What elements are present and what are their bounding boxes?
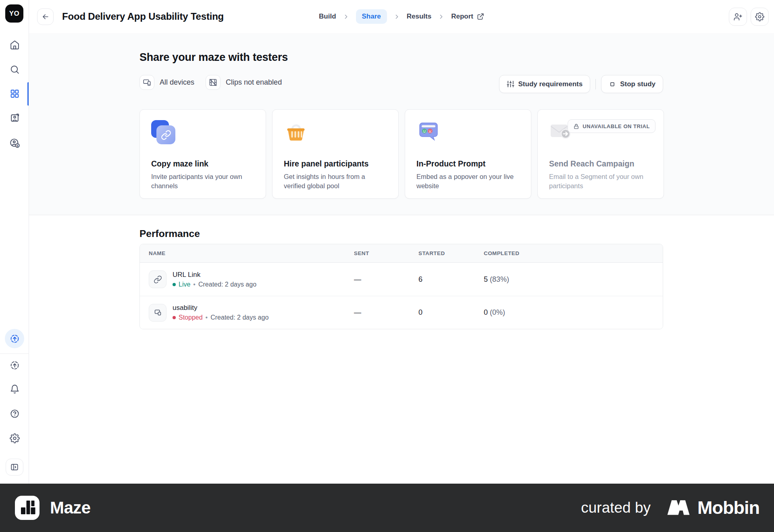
- sidebar: YO $: [0, 0, 29, 484]
- top-bar: Food Delivery App Usability Testing Buil…: [29, 0, 774, 33]
- table-row-usability[interactable]: usability Stopped • Created: 2 days ago …: [140, 296, 663, 329]
- mobbin-logo: [666, 498, 691, 517]
- prompt-bubble-icon: [416, 120, 520, 144]
- sidebar-item-search[interactable]: [5, 60, 24, 79]
- curated-by-label: curated by: [581, 499, 651, 516]
- share-actions: Study requirements Stop study: [499, 75, 664, 93]
- status-badge: Live: [179, 281, 190, 288]
- invite-user-button[interactable]: [729, 8, 747, 26]
- devices-chip: All devices: [139, 75, 194, 90]
- column-started: STARTED: [418, 250, 484, 256]
- external-link-icon: [477, 13, 484, 20]
- share-heading: Share your maze with testers: [139, 51, 288, 64]
- sent-value: —: [354, 308, 418, 317]
- clips-chip: Clips not enabled: [206, 75, 282, 90]
- card-title: Copy maze link: [151, 159, 254, 168]
- send-reach-campaign-card[interactable]: UNAVAILABLE ON TRIAL Send Reach Campaign…: [537, 109, 664, 199]
- basket-icon: [284, 120, 387, 144]
- search-icon: [10, 64, 20, 75]
- actions-divider: [595, 79, 596, 89]
- name-cell: URL Link Live • Created: 2 days ago: [140, 270, 354, 288]
- separator: •: [206, 314, 208, 321]
- devices-chip-label: All devices: [160, 78, 194, 87]
- back-button[interactable]: [37, 8, 54, 25]
- card-description: Invite participants via your own channel…: [151, 172, 254, 191]
- panel-credits-icon: $: [9, 138, 20, 148]
- sidebar-item-panel[interactable]: $: [5, 133, 24, 153]
- card-description: Get insights in hours from a verified gl…: [284, 172, 387, 191]
- performance-section: Performance NAME SENT STARTED COMPLETED …: [29, 215, 774, 484]
- page-title: Food Delivery App Usability Testing: [62, 11, 224, 22]
- maze-link-icon: [151, 120, 254, 144]
- sidebar-item-help[interactable]: [5, 404, 24, 423]
- share-section: Share your maze with testers All devices…: [29, 33, 774, 215]
- card-title: Hire panel participants: [284, 159, 387, 168]
- study-settings-chips: All devices Clips not enabled: [139, 75, 282, 90]
- sidebar-item-settings[interactable]: [5, 428, 24, 448]
- sidebar-item-upgrade-active[interactable]: [5, 329, 24, 348]
- copy-maze-link-card[interactable]: Copy maze link Invite participants via y…: [139, 109, 266, 199]
- sidebar-item-home[interactable]: [5, 35, 24, 54]
- sidebar-item-mazes[interactable]: [5, 84, 24, 103]
- column-name: NAME: [140, 250, 354, 256]
- clips-disabled-icon: [206, 75, 221, 90]
- study-requirements-button[interactable]: Study requirements: [499, 75, 591, 93]
- card-description: Email to a Segment of your own participa…: [549, 172, 652, 191]
- in-product-prompt-card[interactable]: In-Product Prompt Embed as a popover on …: [405, 109, 531, 199]
- home-icon: [10, 40, 20, 50]
- settings-gear-icon: [10, 433, 20, 443]
- share-method-cards: Copy maze link Invite participants via y…: [139, 109, 664, 199]
- created-label: Created: 2 days ago: [210, 314, 268, 321]
- sidebar-item-upload[interactable]: [5, 355, 24, 375]
- hire-panel-card[interactable]: Hire panel participants Get insights in …: [272, 109, 399, 199]
- stop-study-button[interactable]: Stop study: [601, 75, 663, 93]
- performance-heading: Performance: [139, 228, 200, 239]
- upgrade-icon: [10, 334, 20, 344]
- sidebar-item-contacts[interactable]: [5, 108, 24, 127]
- sliders-icon: [507, 80, 514, 88]
- performance-table: NAME SENT STARTED COMPLETED URL Link Liv…: [139, 244, 663, 329]
- table-header: NAME SENT STARTED COMPLETED: [140, 244, 663, 263]
- mobbin-wordmark: Mobbin: [697, 497, 759, 518]
- name-cell: usability Stopped • Created: 2 days ago: [140, 304, 354, 322]
- footer-bar: Maze curated by Mobbin: [0, 484, 774, 532]
- maze-logo: [15, 496, 40, 520]
- tab-report[interactable]: Report: [451, 12, 484, 21]
- started-value: 6: [418, 275, 484, 284]
- maze-wordmark: Maze: [50, 498, 91, 517]
- tab-build[interactable]: Build: [319, 12, 336, 21]
- sidebar-item-notifications[interactable]: [5, 379, 24, 399]
- collapse-sidebar-button[interactable]: [6, 459, 23, 476]
- window-icon: [149, 304, 166, 322]
- avatar[interactable]: YO: [5, 4, 23, 23]
- breadcrumb: Build Share Results Report: [319, 9, 484, 24]
- tab-share[interactable]: Share: [356, 9, 387, 24]
- separator: •: [193, 281, 196, 288]
- created-label: Created: 2 days ago: [198, 281, 256, 288]
- user-plus-icon: [733, 12, 743, 21]
- stop-icon: [609, 81, 616, 88]
- lock-icon: [573, 123, 579, 129]
- grid-icon: [10, 89, 20, 99]
- status-badge: Stopped: [179, 314, 203, 321]
- contacts-icon: [10, 113, 20, 123]
- gear-icon: [755, 12, 764, 21]
- bell-icon: [10, 384, 20, 394]
- topbar-actions: [729, 8, 769, 26]
- collapse-sidebar-icon: [10, 463, 19, 472]
- completed-value: 5 (83%): [484, 275, 663, 284]
- chevron-right-icon: [393, 13, 400, 20]
- row-name: URL Link: [173, 271, 256, 279]
- table-row-url-link[interactable]: URL Link Live • Created: 2 days ago — 6 …: [140, 263, 663, 296]
- sent-value: —: [354, 275, 418, 284]
- upload-circle-icon: [10, 360, 20, 370]
- arrow-left-icon: [42, 13, 49, 21]
- link-icon: [149, 270, 166, 288]
- chevron-right-icon: [438, 13, 445, 20]
- tab-results[interactable]: Results: [407, 12, 431, 21]
- card-title: In-Product Prompt: [416, 159, 520, 168]
- row-name: usability: [173, 304, 268, 312]
- trial-badge: UNAVAILABLE ON TRIAL: [568, 119, 655, 133]
- workspace-settings-button[interactable]: [751, 8, 769, 26]
- sidebar-divider: [0, 353, 29, 354]
